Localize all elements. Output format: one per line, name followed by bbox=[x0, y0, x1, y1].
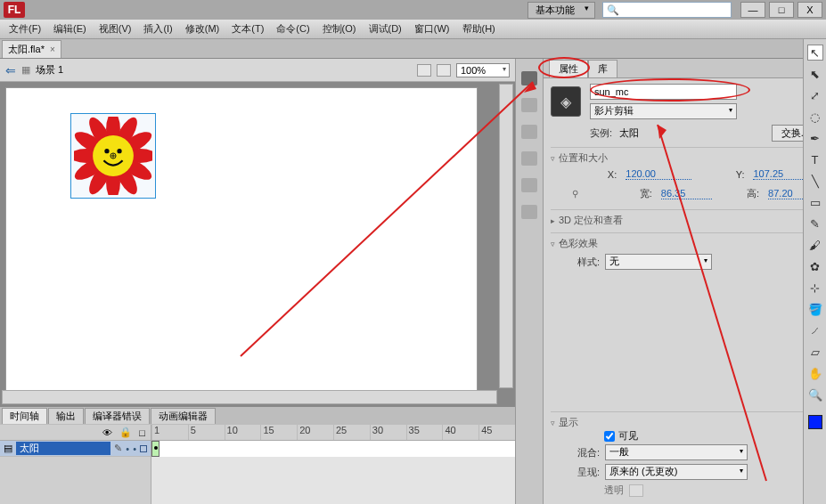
blend-label: 混合: bbox=[577, 446, 600, 459]
bg-color-swatch[interactable] bbox=[629, 484, 643, 497]
section-3d[interactable]: 3D 定位和查看 bbox=[551, 214, 819, 227]
tab-timeline[interactable]: 时间轴 bbox=[2, 408, 47, 424]
selection-tool-icon[interactable]: ↖ bbox=[807, 45, 823, 61]
line-tool-icon[interactable]: ╲ bbox=[807, 173, 823, 189]
lasso-tool-icon[interactable]: ◌ bbox=[807, 109, 823, 125]
eyedropper-tool-icon[interactable]: ⟋ bbox=[807, 322, 823, 338]
selection-bounding-box bbox=[71, 114, 155, 198]
search-input[interactable]: 🔍 bbox=[602, 2, 732, 18]
tab-output[interactable]: 输出 bbox=[48, 408, 84, 424]
app-logo-icon: FL bbox=[4, 2, 25, 18]
subselection-tool-icon[interactable]: ⬉ bbox=[807, 66, 823, 82]
eraser-tool-icon[interactable]: ▱ bbox=[807, 344, 823, 360]
brush-tool-icon[interactable]: 🖌 bbox=[807, 237, 823, 253]
align-panel-icon[interactable] bbox=[521, 125, 537, 139]
transparent-label: 透明 bbox=[604, 484, 624, 497]
layer-name[interactable]: 太阳 bbox=[16, 442, 110, 455]
menubar: 文件(F) 编辑(E) 视图(V) 插入(I) 修改(M) 文本(T) 命令(C… bbox=[0, 20, 826, 39]
link-wh-icon[interactable]: ⚲ bbox=[572, 189, 604, 199]
deco-tool-icon[interactable]: ✿ bbox=[807, 258, 823, 274]
menu-edit[interactable]: 编辑(E) bbox=[53, 22, 86, 36]
bottom-panel: 时间轴 输出 编译器错误 动画编辑器 👁🔒□ ▤ 太阳 ✎ •• bbox=[0, 406, 515, 504]
blend-select[interactable]: 一般 bbox=[605, 444, 748, 460]
tab-library[interactable]: 库 bbox=[588, 60, 617, 77]
text-tool-icon[interactable]: T bbox=[807, 151, 823, 167]
transform-panel-icon[interactable] bbox=[521, 178, 537, 192]
lock-icon[interactable]: 🔒 bbox=[119, 427, 132, 438]
width-label: 宽: bbox=[613, 187, 651, 200]
x-label: X: bbox=[572, 169, 617, 180]
document-tab-row: 太阳.fla* × bbox=[0, 39, 826, 59]
keyframe[interactable] bbox=[151, 441, 159, 457]
color-panel-icon[interactable] bbox=[521, 71, 537, 85]
edit-scene-icon[interactable] bbox=[417, 64, 431, 77]
properties-tab-row: 属性 库 bbox=[544, 59, 826, 78]
menu-window[interactable]: 窗口(W) bbox=[414, 22, 450, 36]
fill-color-swatch[interactable] bbox=[808, 415, 822, 429]
render-select[interactable]: 原来的 (无更改) bbox=[605, 464, 748, 480]
visible-checkbox[interactable] bbox=[604, 431, 615, 442]
instance-of-label: 实例: bbox=[590, 126, 612, 140]
selected-instance[interactable] bbox=[74, 117, 152, 195]
stage-scrollbar-horizontal[interactable] bbox=[2, 390, 497, 404]
menu-text[interactable]: 文本(T) bbox=[232, 22, 264, 36]
menu-debug[interactable]: 调试(D) bbox=[369, 22, 402, 36]
y-label: Y: bbox=[700, 169, 745, 180]
stage-header: ⇐ ▦ 场景 1 100% bbox=[0, 59, 515, 82]
frames-area[interactable]: 151015202530354045 bbox=[151, 425, 515, 504]
menu-help[interactable]: 帮助(H) bbox=[462, 22, 495, 36]
section-position-size[interactable]: 位置和大小 bbox=[551, 151, 819, 165]
info-panel-icon[interactable] bbox=[521, 151, 537, 166]
layer-header: 👁🔒□ bbox=[0, 425, 151, 441]
zoom-tool-icon[interactable]: 🔍 bbox=[807, 386, 823, 402]
stage-area[interactable] bbox=[0, 82, 515, 406]
section-color-effect[interactable]: 色彩效果 bbox=[551, 237, 819, 250]
edit-symbol-icon[interactable] bbox=[437, 64, 451, 77]
pen-tool-icon[interactable]: ✒ bbox=[807, 130, 823, 146]
tab-compiler-errors[interactable]: 编译器错误 bbox=[85, 408, 150, 424]
scene-name[interactable]: 场景 1 bbox=[36, 63, 63, 77]
hand-tool-icon[interactable]: ✋ bbox=[807, 365, 823, 381]
swatches-panel-icon[interactable] bbox=[521, 98, 537, 112]
close-tab-icon[interactable]: × bbox=[50, 45, 55, 54]
instance-of-value: 太阳 bbox=[619, 126, 639, 140]
close-button[interactable]: X bbox=[797, 2, 822, 18]
stage-scrollbar-vertical[interactable] bbox=[499, 84, 513, 388]
free-transform-tool-icon[interactable]: ⤢ bbox=[807, 87, 823, 103]
menu-control[interactable]: 控制(O) bbox=[323, 22, 356, 36]
instance-name-input[interactable] bbox=[590, 84, 737, 100]
paint-bucket-tool-icon[interactable]: 🪣 bbox=[807, 301, 823, 317]
style-select[interactable]: 无 bbox=[605, 254, 712, 270]
library-panel-icon[interactable] bbox=[521, 205, 537, 219]
visible-label: 可见 bbox=[618, 429, 638, 443]
menu-view[interactable]: 视图(V) bbox=[99, 22, 132, 36]
menu-insert[interactable]: 插入(I) bbox=[143, 22, 172, 36]
stage-canvas[interactable] bbox=[5, 87, 478, 394]
outline-icon[interactable]: □ bbox=[139, 427, 145, 438]
maximize-button[interactable]: □ bbox=[769, 2, 794, 18]
tab-properties[interactable]: 属性 bbox=[549, 60, 588, 77]
workspace-selector[interactable]: 基本功能 bbox=[527, 2, 595, 19]
width-value[interactable]: 86.35 bbox=[661, 188, 712, 199]
height-label: 高: bbox=[721, 187, 759, 200]
zoom-select[interactable]: 100% bbox=[456, 63, 510, 77]
symbol-type-select[interactable]: 影片剪辑 bbox=[590, 103, 737, 119]
minimize-button[interactable]: — bbox=[740, 2, 765, 18]
symbol-type-icon[interactable]: ◈ bbox=[551, 86, 581, 117]
pencil-tool-icon[interactable]: ✎ bbox=[807, 215, 823, 232]
menu-commands[interactable]: 命令(C) bbox=[276, 22, 309, 36]
menu-modify[interactable]: 修改(M) bbox=[185, 22, 220, 36]
x-value[interactable]: 120.00 bbox=[626, 168, 691, 180]
bone-tool-icon[interactable]: ⊹ bbox=[807, 280, 823, 296]
titlebar: FL 基本功能 🔍 — □ X bbox=[0, 0, 826, 20]
rectangle-tool-icon[interactable]: ▭ bbox=[807, 194, 823, 210]
layer-row[interactable]: ▤ 太阳 ✎ •• bbox=[0, 441, 151, 457]
tab-motion-editor[interactable]: 动画编辑器 bbox=[151, 408, 216, 424]
pencil-icon: ✎ bbox=[114, 443, 122, 454]
eye-icon[interactable]: 👁 bbox=[102, 427, 112, 438]
back-arrow-icon[interactable]: ⇐ bbox=[5, 63, 16, 77]
document-tab[interactable]: 太阳.fla* × bbox=[2, 40, 61, 58]
section-display[interactable]: 显示 bbox=[551, 416, 819, 429]
scene-icon: ▦ bbox=[21, 64, 30, 76]
menu-file[interactable]: 文件(F) bbox=[9, 22, 41, 36]
